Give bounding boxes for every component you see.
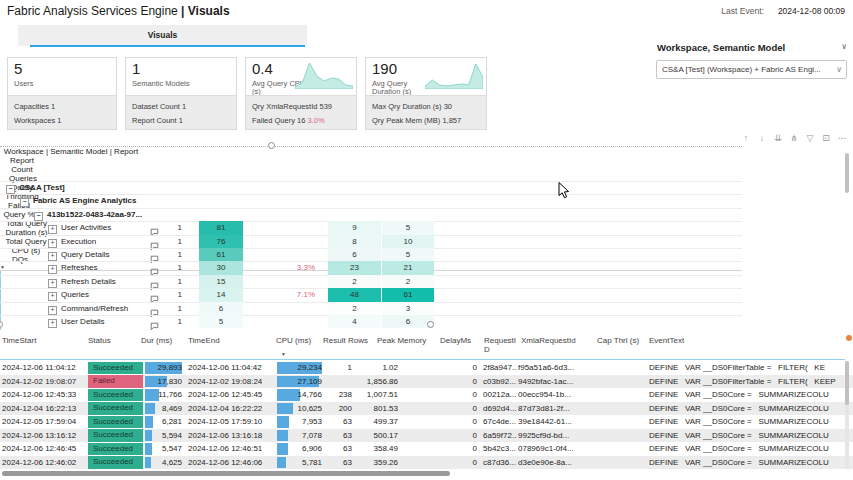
table-row[interactable]: 2024-12-05 17:59:04Succeeded6,2812024-12… [0, 415, 853, 429]
table-row[interactable]: 2024-12-06 12:45:33Succeeded11,7662024-1… [0, 388, 853, 402]
table-column-header[interactable]: RequestID [484, 336, 517, 354]
matrix-cell-cpu[interactable]: 61 [382, 288, 434, 301]
matrix-cell-queries[interactable]: 5 [199, 315, 243, 328]
matrix-row[interactable]: −CS&A [Test] [0, 181, 742, 194]
matrix-cell-cpu[interactable]: 6 [382, 315, 434, 328]
expand-toggle[interactable]: + [48, 292, 57, 301]
matrix-scrollbar[interactable] [845, 153, 849, 193]
expand-toggle[interactable]: + [48, 225, 57, 234]
table-row[interactable]: 2024-12-02 19:08:07Failed17,8302024-12-0… [0, 375, 853, 389]
tab-visuals[interactable]: Visuals [18, 25, 307, 46]
resize-handle[interactable] [427, 321, 434, 328]
table-column-header[interactable]: Status [88, 336, 140, 345]
matrix-cell-duration[interactable]: 2 [328, 302, 381, 315]
matrix-cell-duration[interactable]: 9 [328, 221, 381, 234]
speech-bubble-icon[interactable] [150, 317, 159, 330]
matrix-cell-report-count: 1 [160, 223, 182, 232]
matrix-row[interactable]: −413b1522-0483-42aa-97... [0, 208, 742, 221]
matrix-row[interactable]: +User Activities18195 [0, 221, 742, 234]
collapse-toggle[interactable]: − [6, 185, 15, 194]
matrix-cell-queries[interactable]: 81 [199, 221, 243, 234]
expand-toggle[interactable]: + [48, 306, 57, 315]
table-row[interactable]: 2024-12-06 11:04:12Succeeded29,8932024-1… [0, 361, 853, 375]
collapse-toggle[interactable]: − [34, 212, 43, 221]
slicer-title[interactable]: Workspace, Semantic Model∨ [657, 42, 847, 53]
kpi-card[interactable]: 190Avg Query Duration (s)Max Qry Duratio… [365, 57, 487, 130]
kpi-stat-text: Qry Peak Mem (MB) 1,857 [372, 116, 461, 125]
collapse-toggle[interactable]: − [20, 198, 29, 207]
matrix-cell-duration[interactable]: 6 [328, 248, 381, 261]
matrix-row[interactable]: +Queries1147.1%4861 [0, 288, 742, 301]
matrix-row[interactable]: +Refreshes1303.3%2321 [0, 261, 742, 274]
matrix-cell-queries[interactable]: 30 [199, 261, 243, 274]
table-column-header[interactable]: DelayMs [440, 336, 480, 345]
table-column-header[interactable]: Dur (ms) [141, 336, 179, 345]
matrix-column-header[interactable]: Report Count [0, 156, 44, 174]
table-column-header[interactable]: XmlaRequestId [521, 336, 591, 345]
matrix-row[interactable]: −Fabric AS Engine Analytics [0, 194, 742, 207]
matrix-row[interactable]: +Query Details16165 [0, 248, 742, 261]
matrix-cell-queries[interactable]: 76 [199, 235, 243, 248]
matrix-cell-queries[interactable]: 61 [199, 248, 243, 261]
drill-down-icon[interactable]: ↓ [754, 133, 770, 143]
matrix-cell-cpu[interactable]: 10 [382, 235, 434, 248]
matrix-cell-cpu[interactable]: 3 [382, 302, 434, 315]
matrix-cell-queries[interactable]: 14 [199, 288, 243, 301]
table-vscrollbar-track[interactable] [845, 361, 849, 469]
slicer-dropdown[interactable]: CS&A [Test] (Workspace) + Fabric AS Engi… [656, 60, 847, 79]
matrix-cell-cpu[interactable]: 21 [382, 261, 434, 274]
matrix-row[interactable]: +Command/Refresh1623 [0, 302, 742, 315]
matrix-cell-duration[interactable]: 8 [328, 235, 381, 248]
table-row[interactable]: 2024-12-06 12:46:45Succeeded5,5472024-12… [0, 442, 853, 456]
matrix-cell-duration[interactable]: 4 [328, 315, 381, 328]
matrix-cell-cpu[interactable]: 5 [382, 221, 434, 234]
drill-up-icon[interactable]: ↑ [738, 133, 754, 143]
table-column-header[interactable]: Cap Thrl (s) [597, 336, 643, 345]
matrix-visual: Workspace | Semantic Model | ReportRepor… [0, 147, 853, 330]
expand-toggle[interactable]: + [48, 279, 57, 288]
matrix-cell-cpu[interactable]: 2 [382, 275, 434, 288]
matrix-cell-duration[interactable]: 23 [328, 261, 381, 274]
table-column-header[interactable]: TimeEnd [188, 336, 274, 345]
matrix-row[interactable]: +Refresh Details11522 [0, 275, 742, 288]
expand-toggle[interactable]: + [48, 319, 57, 328]
dur-value: 6,281 [162, 417, 184, 426]
matrix-cell-cpu[interactable]: 5 [382, 248, 434, 261]
kpi-card[interactable]: 0.4Avg Query CPU (s)Qry XmlaRequestId 53… [245, 57, 357, 130]
last-event-value: 2024-12-08 00:09 [778, 6, 845, 16]
matrix-row[interactable]: +Execution176810 [0, 235, 742, 248]
table-hscrollbar[interactable] [2, 471, 450, 476]
matrix-cell-queries[interactable]: 6 [199, 302, 243, 315]
matrix-row[interactable]: +User Details1546 [0, 315, 742, 328]
table-row[interactable]: 2024-12-06 12:46:02Succeeded4,6252024-12… [0, 456, 853, 470]
matrix-cell-duration[interactable]: 48 [328, 288, 381, 301]
matrix-column-header[interactable]: Workspace | Semantic Model | Report [0, 147, 142, 156]
expand-toggle[interactable]: + [48, 252, 57, 261]
table-column-header[interactable]: EventText [649, 336, 739, 345]
matrix-cell-duration[interactable]: 2 [328, 275, 381, 288]
focus-mode-icon[interactable]: ⊡ [818, 133, 834, 143]
expand-next-level-icon[interactable]: ⇊ [770, 133, 786, 143]
data-bar [145, 389, 159, 401]
kpi-card[interactable]: 1Semantic ModelsDataset Count 1Report Co… [125, 57, 237, 130]
table-vscrollbar-thumb[interactable] [845, 361, 849, 405]
table-column-header[interactable]: Result Rows [323, 336, 375, 345]
table-column-header[interactable]: CPU (ms) [276, 336, 318, 345]
kpi-card[interactable]: 5UsersCapacities 1Workspaces 1 [7, 57, 117, 130]
table-column-header[interactable]: TimeStart [2, 336, 82, 345]
expand-toggle[interactable]: + [48, 239, 57, 248]
table-column-header[interactable]: Peak Memory [377, 336, 435, 345]
table-row[interactable]: 2024-12-04 16:22:13Succeeded8,4692024-12… [0, 402, 853, 416]
xmla_request_id-cell: 078969c1-0f4... [518, 442, 594, 456]
event_text-cell: DEFINE VAR __DS0Core = SUMMARIZECOLU [649, 456, 845, 470]
matrix-cell-queries[interactable]: 15 [199, 275, 243, 288]
page-title-current: | Visuals [181, 4, 230, 18]
kpi-card-top: 0.4Avg Query CPU (s) [246, 58, 356, 95]
expand-toggle[interactable]: + [48, 265, 57, 274]
resize-handle[interactable] [268, 142, 275, 149]
table-row[interactable]: 2024-12-06 13:16:12Succeeded5,5942024-12… [0, 429, 853, 443]
more-options-icon[interactable]: ⋯ [834, 133, 850, 143]
kpi-stat-text: Dataset Count 1 [132, 102, 186, 111]
filter-icon[interactable]: ▽ [802, 133, 818, 143]
expand-all-levels-icon[interactable]: ⋔ [786, 133, 802, 143]
